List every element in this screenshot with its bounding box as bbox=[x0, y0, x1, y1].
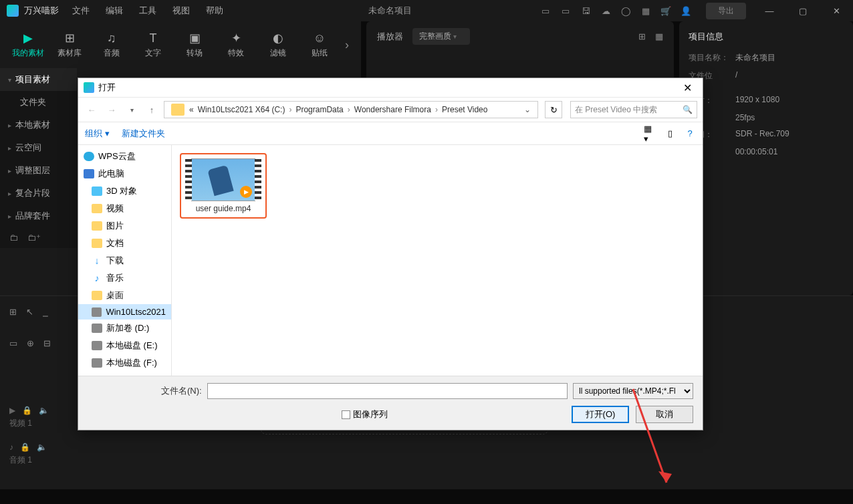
tab-audio[interactable]: ♫音频 bbox=[96, 31, 128, 59]
tab-my-media[interactable]: ▶我的素材 bbox=[12, 31, 44, 59]
image-sequence-checkbox[interactable] bbox=[342, 410, 350, 419]
tree-item[interactable]: 图片 bbox=[78, 217, 171, 235]
disk-icon bbox=[92, 324, 102, 333]
mute-icon[interactable]: 🔈 bbox=[37, 443, 47, 452]
menu-help[interactable]: 帮助 bbox=[206, 5, 223, 17]
export-button[interactable]: 导出 bbox=[706, 3, 746, 19]
apps-icon[interactable]: ▦ bbox=[640, 5, 651, 16]
refresh-button[interactable]: ↻ bbox=[545, 101, 562, 118]
tree-item-label: 3D 对象 bbox=[106, 185, 137, 197]
tree-item[interactable]: 本地磁盘 (E:) bbox=[78, 337, 171, 354]
cloud-icon[interactable]: ☁ bbox=[600, 5, 611, 16]
tree-item[interactable]: 新加卷 (D:) bbox=[78, 320, 171, 337]
menu-view[interactable]: 视图 bbox=[172, 5, 190, 17]
file-item[interactable]: ▶ user guide.mp4 bbox=[180, 153, 267, 219]
tl-tool-icon[interactable]: ⊞ bbox=[9, 307, 17, 317]
video-track-icon[interactable]: ▶ bbox=[9, 406, 15, 415]
grid-view-icon[interactable]: ⊞ bbox=[638, 31, 646, 41]
sidebar-label: 云空间 bbox=[15, 142, 41, 154]
image-view-icon[interactable]: ▦ bbox=[655, 31, 663, 41]
tab-effects[interactable]: ✦特效 bbox=[220, 31, 252, 59]
audio-track-icon[interactable]: ♪ bbox=[9, 443, 13, 452]
sidebar-cloud[interactable]: ▸云空间 bbox=[0, 136, 77, 159]
user-icon[interactable]: 👤 bbox=[681, 5, 691, 16]
tree-item[interactable]: 本地磁盘 (F:) bbox=[78, 354, 171, 372]
sidebar-adjust[interactable]: ▸调整图层 bbox=[0, 159, 77, 182]
tree-item[interactable]: ♪音乐 bbox=[78, 269, 171, 287]
nav-forward-button[interactable]: → bbox=[104, 102, 120, 118]
sidebar-folder[interactable]: 文件夹 bbox=[0, 91, 77, 114]
cart-icon[interactable]: 🛒 bbox=[660, 5, 671, 16]
info-value: / bbox=[735, 70, 737, 82]
tree-item[interactable]: 桌面 bbox=[78, 287, 171, 304]
tab-label: 我的素材 bbox=[12, 47, 44, 59]
new-folder-button[interactable]: 新建文件夹 bbox=[122, 128, 165, 140]
nav-up-button[interactable]: ↑ bbox=[144, 102, 160, 118]
tl-tool-icon[interactable]: ⊕ bbox=[27, 338, 34, 348]
breadcrumb-item[interactable]: Preset Video bbox=[440, 105, 490, 114]
breadcrumb-dropdown-icon[interactable]: ⌄ bbox=[521, 105, 533, 114]
file-filter-select[interactable]: ll supported files(*.MP4;*.Fl bbox=[573, 383, 693, 399]
tab-stickers[interactable]: ☺贴纸 bbox=[303, 31, 336, 59]
breadcrumb-item[interactable]: Win10Ltsc2021 X64 (C:) bbox=[196, 105, 287, 114]
mute-icon[interactable]: 🔈 bbox=[39, 406, 49, 415]
headset-icon[interactable]: ◯ bbox=[620, 5, 631, 16]
tree-item[interactable]: WPS云盘 bbox=[78, 148, 171, 165]
tab-filters[interactable]: ◐滤镜 bbox=[262, 31, 294, 59]
tree-item[interactable]: Win10Ltsc2021 bbox=[78, 304, 171, 320]
device-icon[interactable]: ▭ bbox=[540, 5, 551, 16]
sidebar-compound[interactable]: ▸复合片段 bbox=[0, 182, 77, 205]
tabs-more-icon[interactable]: › bbox=[345, 38, 349, 52]
save-icon[interactable]: 🖫 bbox=[580, 5, 591, 16]
info-value: 00:00:05:01 bbox=[735, 147, 777, 156]
info-value: 1920 x 1080 bbox=[735, 95, 779, 106]
menu-file[interactable]: 文件 bbox=[72, 5, 90, 17]
file-list[interactable]: ▶ user guide.mp4 bbox=[172, 145, 703, 376]
lock-icon[interactable]: 🔒 bbox=[22, 406, 32, 415]
search-input[interactable]: 在 Preset Video 中搜索 🔍 bbox=[570, 101, 697, 118]
preview-pane-icon[interactable]: ▯ bbox=[664, 128, 676, 140]
tab-text[interactable]: T文字 bbox=[137, 31, 169, 59]
tree-item-label: 新加卷 (D:) bbox=[106, 322, 149, 334]
new-folder-icon[interactable]: 🗀 bbox=[9, 233, 18, 243]
breadcrumb-item[interactable]: Wondershare Filmora bbox=[352, 105, 433, 114]
lock-icon[interactable]: 🔒 bbox=[20, 443, 30, 452]
screen-icon[interactable]: ▭ bbox=[560, 5, 571, 16]
tl-tool-icon[interactable]: ↖ bbox=[26, 307, 33, 317]
menu-edit[interactable]: 编辑 bbox=[106, 5, 123, 17]
open-button[interactable]: 打开(O) bbox=[572, 406, 629, 423]
tree-item[interactable]: ↓下载 bbox=[78, 252, 171, 269]
menu-tools[interactable]: 工具 bbox=[139, 5, 156, 17]
cancel-button[interactable]: 取消 bbox=[636, 406, 693, 423]
tl-tool-icon[interactable]: ▭ bbox=[9, 338, 17, 348]
info-label: 项目名称： bbox=[689, 52, 735, 64]
tab-stock[interactable]: ⊞素材库 bbox=[53, 31, 86, 59]
tab-transition[interactable]: ▣转场 bbox=[178, 31, 211, 59]
new-bin-icon[interactable]: 🗀⁺ bbox=[27, 233, 41, 243]
player-label: 播放器 bbox=[377, 31, 403, 43]
sidebar-brand[interactable]: ▸品牌套件 bbox=[0, 205, 77, 227]
dialog-close-button[interactable]: ✕ bbox=[678, 80, 697, 96]
nav-recent-button[interactable]: ▾ bbox=[124, 102, 140, 118]
quality-select[interactable]: 完整画质 ▾ bbox=[412, 28, 470, 45]
tl-tool-icon[interactable]: ⎯ bbox=[43, 307, 48, 317]
maximize-button[interactable]: ▢ bbox=[793, 4, 813, 17]
view-mode-icon[interactable]: ▦ ▾ bbox=[644, 128, 656, 140]
close-button[interactable]: ✕ bbox=[826, 4, 846, 17]
breadcrumb[interactable]: « Win10Ltsc2021 X64 (C:)› ProgramData› W… bbox=[164, 101, 538, 118]
sidebar-project-media[interactable]: ▾项目素材 bbox=[0, 68, 77, 91]
tree-item[interactable]: 视频 bbox=[78, 200, 171, 217]
nav-back-button[interactable]: ← bbox=[84, 102, 100, 118]
tree-item[interactable]: 3D 对象 bbox=[78, 182, 171, 200]
breadcrumb-item[interactable]: ProgramData bbox=[293, 105, 345, 114]
filename-input[interactable] bbox=[207, 383, 568, 399]
tl-tool-icon[interactable]: ⊟ bbox=[43, 338, 51, 348]
organize-button[interactable]: 组织 ▾ bbox=[85, 128, 110, 140]
tree-item[interactable]: 此电脑 bbox=[78, 165, 171, 182]
sidebar-local[interactable]: ▸本地素材 bbox=[0, 114, 77, 136]
help-icon[interactable]: ? bbox=[684, 128, 696, 140]
minimize-button[interactable]: — bbox=[759, 4, 779, 17]
sidebar-label: 项目素材 bbox=[15, 74, 50, 86]
disk-icon bbox=[92, 358, 102, 368]
tree-item[interactable]: 文档 bbox=[78, 235, 171, 252]
